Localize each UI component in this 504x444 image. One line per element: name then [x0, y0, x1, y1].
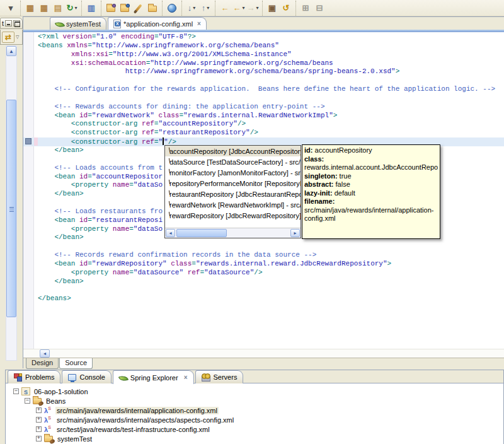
- expand-expander-icon[interactable]: +: [36, 436, 42, 441]
- scrollbar-thumb[interactable]: [6, 100, 16, 317]
- tree-item[interactable]: −Beans: [6, 396, 503, 406]
- dropdown-arrow-icon[interactable]: ▾: [74, 5, 77, 11]
- spring-config-file-icon: λS: [44, 406, 53, 415]
- code-line: </beans>: [23, 295, 504, 303]
- view-tab-console[interactable]: Console: [62, 370, 111, 383]
- view-tab-label: Spring Explorer: [130, 374, 178, 382]
- dropdown-arrow-icon[interactable]: ▾: [193, 5, 195, 11]
- open-type-hierarchy-icon[interactable]: ▦: [37, 1, 51, 15]
- paintbrush-icon[interactable]: [132, 1, 146, 15]
- tree-item-label: src/test/java/rewards/test-infrastructur…: [55, 426, 211, 433]
- bean-icon: [166, 160, 168, 163]
- tree-item[interactable]: +λSsrc/main/java/rewards/internal/applic…: [6, 406, 503, 415]
- forward-button[interactable]: →▾: [246, 1, 260, 15]
- previous-annotation-button: ↑: [202, 3, 206, 13]
- link-with-editor-icon[interactable]: ⇄: [2, 32, 14, 43]
- main-toolbar: ▾▦▦▤↻▾▥↓▾↑▾←←▾→▾▣↺⊞⊟: [0, 0, 504, 16]
- assist-proposal[interactable]: accountRepository [JdbcAccountRepository…: [165, 146, 301, 156]
- new-package-icon[interactable]: ▤: [51, 1, 65, 15]
- close-tab-icon[interactable]: ×: [197, 20, 201, 27]
- refresh-icon[interactable]: ↻▾: [65, 1, 79, 15]
- view-tab-spring-explorer[interactable]: Spring Explorer×: [113, 370, 194, 384]
- assist-proposal[interactable]: dataSource [TestDataSourceFactory] - src…: [165, 156, 301, 167]
- expand-expander-icon[interactable]: +: [36, 417, 42, 423]
- dropdown-arrow-icon[interactable]: ▾: [242, 5, 244, 11]
- assist-proposal[interactable]: monitorFactory [JamonMonitorFactory] - s…: [165, 167, 301, 178]
- dropdown-arrow-icon[interactable]: ▾: [207, 5, 209, 11]
- collapsed-view-tab[interactable]: t: [0, 18, 23, 29]
- assist-proposal[interactable]: repositoryPerformanceMonitor [Repository…: [165, 178, 301, 189]
- editor-tab--application-config-xml[interactable]: X*application-config.xml×: [108, 17, 207, 30]
- code-line: [23, 76, 504, 85]
- view-tab-servers[interactable]: Servers: [195, 370, 244, 383]
- minimize-view-button[interactable]: [5, 20, 12, 26]
- expand-expander-icon[interactable]: +: [36, 426, 42, 432]
- code-line: <beans xmlns="http://www.springframework…: [23, 42, 504, 50]
- maximize-view-button[interactable]: [13, 20, 20, 26]
- tooltip-field: lazy-init: default: [304, 189, 438, 198]
- collapse-expander-icon[interactable]: −: [13, 389, 19, 394]
- toolbar-group: [162, 1, 181, 16]
- code-line: <!-- Records reward confirmation records…: [23, 251, 504, 260]
- current-line-marker: [25, 138, 32, 144]
- scroll-up-button[interactable]: ▲: [6, 46, 16, 56]
- overflow-dropdown-icon: ▾: [9, 3, 13, 13]
- bottom-view-panel: ProblemsConsoleSpring Explorer×Servers −…: [5, 370, 504, 444]
- assist-proposal[interactable]: rewardRepository [JdbcRewardRepository] …: [165, 210, 301, 221]
- properties-form-icon[interactable]: ▥: [84, 1, 98, 15]
- forward-button: →: [246, 3, 255, 13]
- import-folder-icon[interactable]: [104, 1, 118, 15]
- bean-icon: [166, 149, 168, 153]
- scroll-left-button[interactable]: ◂: [40, 349, 50, 358]
- tree-item[interactable]: +λSsrc/test/java/rewards/test-infrastruc…: [6, 424, 503, 434]
- web-browser-icon[interactable]: [165, 1, 179, 15]
- close-tab-icon[interactable]: ×: [184, 374, 188, 381]
- collapse-all-button[interactable]: ⊟: [312, 1, 326, 15]
- editor-horizontal-scrollbar[interactable]: ◂: [23, 349, 504, 358]
- snippet-refresh-icon[interactable]: ↺: [279, 1, 293, 15]
- view-vertical-scrollbar[interactable]: ▲: [6, 45, 17, 361]
- spring-config-file-icon: λS: [44, 416, 53, 424]
- tree-item[interactable]: +systemTest: [6, 434, 503, 443]
- view-tab-label: Problems: [25, 373, 54, 381]
- last-edit-location-button[interactable]: ←: [218, 1, 232, 15]
- previous-annotation-button[interactable]: ↑▾: [198, 1, 212, 15]
- open-type-icon[interactable]: ▦: [23, 1, 37, 15]
- page-tab-design[interactable]: Design: [26, 358, 59, 369]
- back-button: ←: [232, 3, 241, 13]
- code-line: <!-- Configuration for the rewards appli…: [23, 85, 504, 94]
- spring-leaf-icon: [55, 20, 64, 28]
- collapse-expander-icon[interactable]: −: [25, 398, 30, 404]
- tree-item[interactable]: −S06-aop-1-solution: [6, 387, 503, 396]
- back-button[interactable]: ←▾: [232, 1, 246, 15]
- assist-proposal[interactable]: rewardNetwork [RewardNetworkImpl] - src/…: [165, 199, 301, 210]
- problems-icon: [14, 373, 22, 382]
- export-folder-icon[interactable]: [118, 1, 132, 15]
- import-folder-icon: [106, 6, 115, 12]
- collapsed-view-tab-label: t: [2, 20, 4, 27]
- collapse-all-button: ⊟: [316, 3, 323, 13]
- code-line: http://www.springframework.org/schema/be…: [23, 67, 504, 76]
- assist-proposal[interactable]: restaurantRepository [JdbcRestaurantRepo…: [165, 189, 301, 199]
- popup-horizontal-scrollbar[interactable]: ◂ ▸: [165, 228, 301, 238]
- dropdown-arrow-icon[interactable]: ▾: [256, 5, 258, 11]
- open-folder-icon[interactable]: [146, 1, 159, 15]
- popup-scroll-right-button[interactable]: ▸: [290, 229, 300, 237]
- overflow-dropdown-icon[interactable]: ▾: [4, 1, 18, 15]
- next-annotation-button[interactable]: ↓▾: [185, 1, 198, 15]
- code-line: xmlns:xsi="http://www.w3.org/2001/XMLSch…: [23, 50, 504, 59]
- code-line: [23, 286, 504, 295]
- expand-all-button[interactable]: ⊞: [299, 1, 312, 15]
- popup-scrollbar-thumb[interactable]: [176, 229, 227, 237]
- view-tab-problems[interactable]: Problems: [8, 370, 60, 383]
- spring-explorer-tree[interactable]: −S06-aop-1-solution−Beans+λSsrc/main/jav…: [6, 384, 503, 444]
- tree-item[interactable]: +λSsrc/main/java/rewards/internal/aspect…: [6, 415, 503, 424]
- editor-tab-systemtest[interactable]: systemTest: [50, 17, 106, 30]
- view-menu-chevron-icon[interactable]: ▽: [16, 35, 19, 40]
- page-tab-source[interactable]: Source: [59, 358, 93, 369]
- console-icon: [68, 374, 76, 381]
- expand-expander-icon[interactable]: +: [36, 407, 42, 413]
- code-line: <bean id="rewardRepository" class="rewar…: [23, 260, 504, 269]
- popup-scroll-left-button[interactable]: ◂: [166, 229, 175, 237]
- pin-editor-icon[interactable]: ▣: [265, 1, 279, 15]
